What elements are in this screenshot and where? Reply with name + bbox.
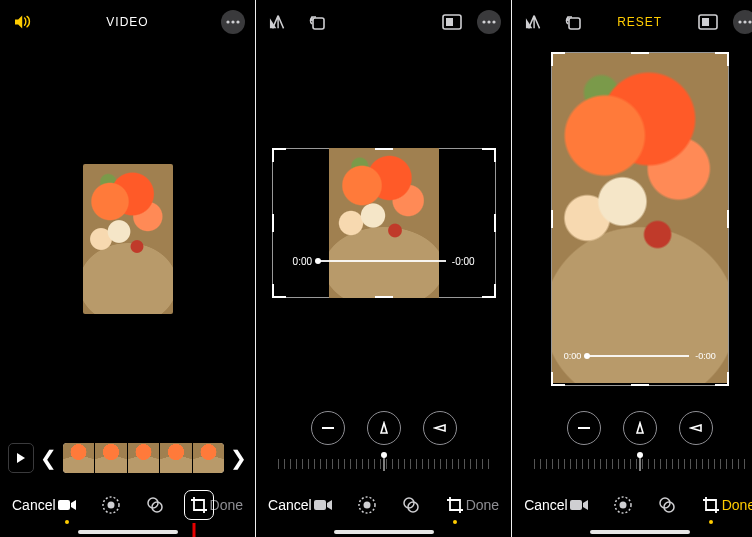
cancel-button[interactable]: Cancel: [12, 497, 56, 513]
crop-handle-br[interactable]: [715, 372, 729, 386]
svg-point-13: [493, 20, 496, 23]
home-indicator: [78, 530, 178, 534]
svg-rect-8: [313, 18, 324, 29]
crop-controls: [256, 401, 511, 449]
time-end: -0:00: [452, 256, 475, 267]
angle-ruler[interactable]: [278, 449, 489, 477]
svg-point-27: [619, 502, 626, 509]
crop-stage: 0:00 -0:00: [256, 44, 511, 401]
done-button[interactable]: Done: [466, 497, 499, 513]
crop-handle-bottom[interactable]: [375, 296, 393, 298]
crop-handle-tl[interactable]: [551, 52, 565, 66]
trim-handle-left[interactable]: ❮: [40, 448, 57, 468]
bottombar: Cancel Done: [512, 483, 752, 537]
crop-handle-bottom[interactable]: [631, 384, 649, 386]
svg-rect-3: [58, 500, 70, 510]
trim-handle-right[interactable]: ❯: [230, 448, 247, 468]
edit-tools: [568, 494, 722, 516]
time-scrubber[interactable]: 0:00 -0:00: [564, 351, 716, 361]
crop-handle-br[interactable]: [482, 284, 496, 298]
svg-point-5: [107, 502, 114, 509]
scrubber-playhead[interactable]: [584, 353, 590, 359]
tool-crop[interactable]: [444, 494, 466, 516]
rotate-icon[interactable]: [560, 9, 586, 35]
crop-handle-left[interactable]: [551, 210, 553, 228]
video-preview: [329, 148, 439, 298]
more-icon[interactable]: [733, 10, 752, 34]
bottombar: Cancel Done: [0, 483, 255, 537]
rotate-icon[interactable]: [304, 9, 330, 35]
cancel-button[interactable]: Cancel: [524, 497, 568, 513]
horizontal-perspective-tool[interactable]: [423, 411, 457, 445]
tool-video[interactable]: [312, 494, 334, 516]
svg-rect-25: [570, 500, 582, 510]
done-button[interactable]: Done: [210, 497, 243, 513]
horizontal-perspective-tool[interactable]: [679, 411, 713, 445]
crop-handle-right[interactable]: [494, 214, 496, 232]
crop-frame[interactable]: 0:00 -0:00: [551, 52, 729, 386]
tool-video[interactable]: [568, 494, 590, 516]
crop-handle-left[interactable]: [272, 214, 274, 232]
preview-stage: [0, 44, 255, 433]
volume-icon[interactable]: [10, 9, 36, 35]
svg-point-24: [749, 20, 752, 23]
straighten-tool[interactable]: [567, 411, 601, 445]
timeline-frame: [63, 443, 94, 473]
video-preview[interactable]: [83, 164, 173, 314]
tool-adjust[interactable]: [612, 494, 634, 516]
topbar: RESET: [512, 0, 752, 44]
crop-handle-top[interactable]: [375, 148, 393, 150]
more-icon[interactable]: [221, 10, 245, 34]
edit-tools: [56, 494, 210, 516]
svg-rect-19: [569, 18, 580, 29]
timeline-frame: [160, 443, 191, 473]
reset-button[interactable]: RESET: [617, 15, 662, 29]
svg-point-22: [739, 20, 742, 23]
tool-crop[interactable]: [188, 494, 210, 516]
cancel-button[interactable]: Cancel: [268, 497, 312, 513]
play-button[interactable]: [8, 443, 34, 473]
page-title: VIDEO: [106, 15, 148, 29]
crop-handle-tr[interactable]: [482, 148, 496, 162]
vertical-perspective-tool[interactable]: [623, 411, 657, 445]
vertical-perspective-tool[interactable]: [367, 411, 401, 445]
crop-handle-tr[interactable]: [715, 52, 729, 66]
crop-handle-bl[interactable]: [272, 284, 286, 298]
done-button[interactable]: Done: [722, 497, 752, 513]
bottombar: Cancel Done: [256, 483, 511, 537]
timeline-frame: [128, 443, 159, 473]
svg-rect-10: [446, 18, 453, 26]
tool-crop[interactable]: [700, 494, 722, 516]
tool-video[interactable]: [56, 494, 78, 516]
crop-stage: 0:00 -0:00: [512, 44, 752, 401]
angle-ruler[interactable]: [534, 449, 745, 477]
tool-filters[interactable]: [656, 494, 678, 516]
crop-handle-top[interactable]: [631, 52, 649, 54]
tool-filters[interactable]: [400, 494, 422, 516]
svg-point-2: [236, 20, 239, 23]
svg-rect-21: [702, 18, 709, 26]
timeline-frame: [95, 443, 126, 473]
aspect-ratio-icon[interactable]: [439, 9, 465, 35]
more-icon[interactable]: [477, 10, 501, 34]
panel-crop-portrait: RESET: [512, 0, 752, 537]
ruler-center-tick: [639, 455, 640, 471]
straighten-tool[interactable]: [311, 411, 345, 445]
tool-filters[interactable]: [144, 494, 166, 516]
crop-handle-right[interactable]: [727, 210, 729, 228]
timeline: ❮ ❯: [0, 433, 255, 483]
time-end: -0:00: [695, 351, 716, 361]
svg-point-12: [488, 20, 491, 23]
crop-handle-tl[interactable]: [272, 148, 286, 162]
flip-icon[interactable]: [266, 9, 292, 35]
crop-handle-bl[interactable]: [551, 372, 565, 386]
aspect-ratio-icon[interactable]: [695, 9, 721, 35]
tool-adjust[interactable]: [356, 494, 378, 516]
timeline-frames[interactable]: [63, 443, 224, 473]
time-scrubber[interactable]: 0:00 -0:00: [293, 256, 475, 267]
timeline-frame: [193, 443, 224, 473]
crop-frame[interactable]: 0:00 -0:00: [272, 148, 496, 298]
flip-icon[interactable]: [522, 9, 548, 35]
tool-adjust[interactable]: [100, 494, 122, 516]
scrubber-playhead[interactable]: [315, 258, 321, 264]
